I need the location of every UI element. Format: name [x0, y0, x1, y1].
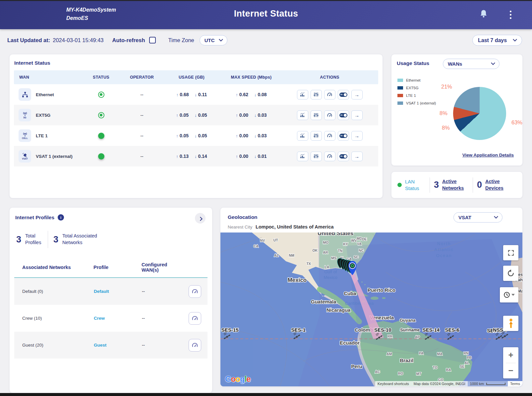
water-label: Atlantic — [434, 247, 453, 252]
bell-icon — [479, 9, 488, 19]
wan-stats-button[interactable] — [297, 110, 308, 120]
status-cell — [80, 112, 122, 118]
wan-stats-button[interactable] — [297, 90, 308, 99]
chevron-down-icon — [491, 61, 495, 65]
legend-swatch — [397, 86, 403, 90]
country-label: Peru — [351, 363, 362, 369]
geo-source-select[interactable]: VSAT — [453, 212, 502, 223]
profile-speed-button[interactable] — [189, 312, 201, 325]
wan-details-button[interactable] — [351, 90, 363, 99]
legend-swatch — [397, 79, 403, 82]
profile-speed-button[interactable] — [189, 285, 201, 298]
sliders-icon — [313, 112, 319, 118]
pie-label: 8% — [442, 125, 450, 131]
terms-link[interactable]: Terms — [508, 381, 522, 386]
window-top-edge — [0, 0, 532, 1]
total-profiles-count: 3 — [16, 234, 21, 245]
nearest-city-label: Nearest City — [228, 225, 252, 230]
usage-cell: 0.05 0.05 — [162, 112, 221, 118]
total-associated-count: 3 — [53, 234, 58, 245]
google-map[interactable]: United States Mexico Guatemala Nicaragua… — [220, 232, 522, 386]
keyboard-shortcuts-link[interactable]: Keyboard shortcuts — [375, 381, 411, 386]
wan-enable-toggle[interactable]: ON — [338, 90, 349, 99]
wan-configure-button[interactable] — [311, 110, 322, 120]
actions-cell: ON — [281, 152, 378, 161]
auto-refresh-checkbox[interactable] — [149, 37, 156, 43]
speedometer-icon — [327, 133, 332, 138]
pie-legend: Ethernet EXT5G LTE 1 VSAT 1 (external) — [397, 76, 436, 107]
wan-enable-toggle[interactable]: ON — [338, 110, 349, 120]
usage-upload: 0.68 — [180, 92, 189, 97]
date-range-select[interactable]: Last 7 days — [472, 35, 522, 46]
overflow-menu-button[interactable] — [506, 9, 515, 20]
status-connected-icon — [98, 133, 104, 139]
reset-rotation-button[interactable] — [503, 266, 518, 281]
fullscreen-button[interactable] — [503, 245, 518, 260]
actions-cell: ON — [281, 90, 378, 99]
chevron-down-icon — [494, 214, 498, 219]
profile-link[interactable]: Guest — [86, 343, 134, 348]
wan-details-button[interactable] — [351, 152, 363, 161]
arrow-right-icon — [354, 154, 359, 159]
google-logo: Google — [225, 374, 251, 384]
col-actions: ACTIONS — [281, 75, 378, 80]
wan-speedtest-button[interactable] — [324, 131, 335, 141]
wan-enable-toggle[interactable]: ON — [338, 131, 349, 141]
wan-configure-button[interactable] — [311, 152, 322, 161]
wan-speedtest-button[interactable] — [324, 152, 335, 161]
wan-stats-button[interactable] — [297, 131, 308, 141]
5g-antenna-icon: 5G — [19, 109, 31, 121]
wan-details-button[interactable] — [351, 131, 363, 141]
lan-status-card: LAN Status 3 Active Networks 0 Active De… — [391, 171, 523, 198]
pegman-button[interactable] — [503, 316, 518, 331]
profile-link[interactable]: Crew — [86, 316, 134, 321]
time-zone-value: UTC — [205, 37, 215, 43]
zoom-out-button[interactable]: − — [503, 363, 518, 379]
total-associated-label: Total Associated Networks — [62, 233, 112, 246]
country-label: Brazil — [400, 358, 413, 363]
expand-profiles-button[interactable] — [195, 213, 206, 224]
scale-bar — [486, 383, 505, 385]
status-connected-icon — [98, 153, 104, 160]
download-arrow-icon — [254, 92, 257, 97]
wan-enable-toggle[interactable]: ON — [338, 152, 349, 161]
total-profiles-label: Total Profiles — [25, 233, 46, 246]
state-label: MT — [416, 372, 422, 376]
country-label: Suriname — [400, 327, 420, 332]
nearest-city-value: Lompoc, United States of America — [256, 224, 334, 230]
time-zone-label: Time Zone — [168, 37, 194, 43]
actions-cell: ON — [281, 131, 378, 141]
time-zone-select[interactable]: UTC — [200, 35, 227, 45]
active-networks-link[interactable]: Active Networks — [442, 178, 469, 191]
usage-scope-select[interactable]: WANs — [443, 59, 500, 69]
wan-configure-button[interactable] — [311, 131, 322, 141]
state-label: MO — [323, 241, 328, 244]
active-devices-link[interactable]: Active Devices — [485, 178, 512, 191]
wan-speedtest-button[interactable] — [324, 90, 335, 99]
time-slider-button[interactable] — [500, 287, 518, 302]
wan-configure-button[interactable] — [311, 90, 322, 99]
profile-link[interactable]: Default — [86, 289, 134, 294]
profile-speed-button[interactable] — [189, 339, 201, 352]
state-label: MD — [357, 237, 362, 240]
toolbar: Last Updated at: 2024-03-01 15:49:43 Aut… — [7, 34, 532, 46]
toggle-on-icon: ON — [339, 113, 347, 117]
profile-row: Default (0) Default -- — [14, 278, 207, 305]
actions-cell: ON — [281, 110, 378, 120]
col-configured-wans: Configured WAN(s) — [134, 262, 180, 273]
status-cell — [80, 153, 122, 160]
wan-speedtest-button[interactable] — [324, 110, 335, 120]
info-icon[interactable] — [58, 214, 64, 221]
auto-refresh-label: Auto-refresh — [112, 37, 145, 43]
arrow-right-icon — [354, 92, 359, 98]
status-connected-icon — [98, 92, 104, 98]
zoom-in-button[interactable]: + — [503, 347, 518, 363]
max-speed-cell: 0.00 0.03 — [221, 133, 281, 138]
notifications-button[interactable] — [478, 9, 489, 20]
wan-stats-button[interactable] — [297, 152, 308, 161]
view-application-details-link[interactable]: View Application Details — [462, 153, 514, 158]
state-label: UT — [273, 238, 278, 242]
table-row: VSAT VSAT 1 (external) -- 0.13 0.14 0.00… — [14, 146, 378, 166]
col-associated-networks: Associated Networks — [14, 265, 86, 270]
wan-details-button[interactable] — [351, 110, 363, 120]
